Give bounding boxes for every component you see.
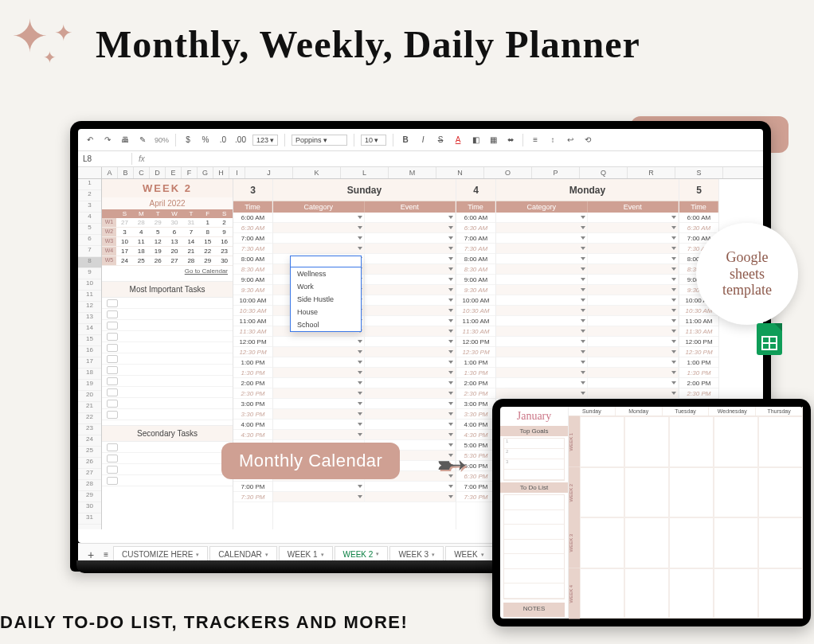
checkbox-icon[interactable]: [107, 400, 118, 408]
event-cell[interactable]: [588, 233, 679, 243]
event-cell[interactable]: [365, 285, 456, 295]
event-cell[interactable]: [588, 285, 679, 295]
task-row[interactable]: [102, 475, 233, 486]
row-header[interactable]: 27: [78, 469, 101, 480]
event-cell[interactable]: [365, 316, 456, 326]
category-cell[interactable]: [273, 378, 365, 388]
task-row[interactable]: [102, 376, 233, 387]
category-cell[interactable]: [273, 337, 365, 346]
task-row[interactable]: [102, 320, 233, 331]
row-header[interactable]: 15: [78, 335, 101, 346]
number-format-select[interactable]: 123 ▾: [252, 135, 278, 146]
event-cell[interactable]: [365, 264, 456, 274]
zoom-select[interactable]: 90%: [155, 136, 169, 144]
category-cell[interactable]: [496, 326, 588, 336]
row-header[interactable]: 6: [78, 235, 101, 246]
event-cell[interactable]: [365, 409, 456, 419]
event-cell[interactable]: [588, 326, 679, 336]
category-cell[interactable]: [496, 295, 588, 305]
decimal-dec-icon[interactable]: .0: [217, 135, 229, 144]
category-cell[interactable]: [273, 244, 365, 253]
undo-icon[interactable]: ↶: [84, 135, 96, 144]
dropdown-option[interactable]: Side Hustle: [291, 293, 361, 306]
category-cell[interactable]: [273, 420, 365, 429]
event-cell[interactable]: [365, 244, 456, 253]
row-header[interactable]: 5: [78, 224, 101, 235]
row-header[interactable]: 1: [78, 179, 101, 190]
col-header[interactable]: I: [229, 167, 245, 178]
checkbox-icon[interactable]: [107, 411, 118, 419]
row-header[interactable]: 28: [78, 480, 101, 491]
row-header[interactable]: 9: [78, 268, 101, 279]
col-header[interactable]: B: [118, 167, 134, 178]
event-cell[interactable]: [365, 368, 456, 377]
event-cell[interactable]: [365, 223, 456, 232]
event-cell[interactable]: [588, 357, 679, 367]
task-row[interactable]: [102, 298, 233, 309]
event-cell[interactable]: [365, 233, 456, 243]
row-header[interactable]: 31: [78, 513, 101, 525]
task-row[interactable]: [102, 331, 233, 342]
category-cell[interactable]: [273, 233, 365, 243]
event-cell[interactable]: [365, 326, 456, 336]
category-cell[interactable]: [496, 275, 588, 284]
task-row[interactable]: [102, 409, 233, 420]
category-cell[interactable]: [496, 223, 588, 232]
event-cell[interactable]: [588, 388, 679, 398]
category-cell[interactable]: [273, 388, 365, 398]
col-header[interactable]: D: [150, 167, 166, 178]
top-goals-box[interactable]: 123: [503, 438, 565, 481]
row-header[interactable]: 11: [78, 291, 101, 302]
col-header[interactable]: R: [628, 167, 675, 178]
todo-box[interactable]: [503, 494, 565, 599]
category-cell[interactable]: [496, 264, 588, 274]
category-cell[interactable]: [496, 306, 588, 315]
percent-icon[interactable]: %: [200, 135, 211, 144]
checkbox-icon[interactable]: [107, 333, 118, 341]
font-size-select[interactable]: 10 ▾: [361, 135, 386, 146]
checkbox-icon[interactable]: [107, 366, 118, 374]
category-cell[interactable]: [273, 347, 365, 357]
row-header[interactable]: 30: [78, 502, 101, 513]
category-cell[interactable]: [273, 213, 365, 222]
event-cell[interactable]: [588, 275, 679, 284]
category-cell[interactable]: [496, 368, 588, 377]
row-header[interactable]: 2: [78, 190, 101, 201]
row-header[interactable]: 12: [78, 302, 101, 313]
category-cell[interactable]: [496, 316, 588, 326]
event-cell[interactable]: [588, 368, 679, 377]
col-header[interactable]: E: [166, 167, 182, 178]
col-header[interactable]: S: [675, 167, 723, 178]
event-cell[interactable]: [588, 244, 679, 253]
borders-icon[interactable]: ▦: [487, 135, 499, 144]
event-cell[interactable]: [365, 399, 456, 408]
decimal-inc-icon[interactable]: .00: [235, 135, 246, 144]
col-header[interactable]: N: [436, 167, 484, 178]
category-cell[interactable]: [496, 213, 588, 222]
event-cell[interactable]: [588, 254, 679, 263]
col-header[interactable]: J: [245, 167, 293, 178]
text-color-icon[interactable]: A: [452, 135, 464, 144]
category-cell[interactable]: [273, 357, 365, 367]
category-cell[interactable]: [273, 482, 365, 491]
italic-icon[interactable]: I: [417, 135, 429, 144]
category-cell[interactable]: [273, 368, 365, 377]
valign-icon[interactable]: ↕: [547, 135, 558, 144]
category-cell[interactable]: [273, 399, 365, 408]
category-cell[interactable]: [496, 357, 588, 367]
category-cell[interactable]: [496, 285, 588, 295]
go-to-calendar-link[interactable]: Go to Calendar: [102, 266, 233, 276]
row-header[interactable]: 14: [78, 324, 101, 335]
checkbox-icon[interactable]: [107, 477, 118, 485]
category-cell[interactable]: [273, 223, 365, 232]
task-row[interactable]: [102, 387, 233, 398]
currency-icon[interactable]: $: [182, 135, 194, 144]
category-cell[interactable]: [496, 378, 588, 388]
row-header[interactable]: 21: [78, 402, 101, 413]
task-row[interactable]: [102, 309, 233, 320]
event-cell[interactable]: [588, 306, 679, 315]
category-cell[interactable]: [496, 254, 588, 263]
category-cell[interactable]: [273, 409, 365, 419]
checkbox-icon[interactable]: [107, 443, 118, 451]
task-row[interactable]: [102, 398, 233, 409]
